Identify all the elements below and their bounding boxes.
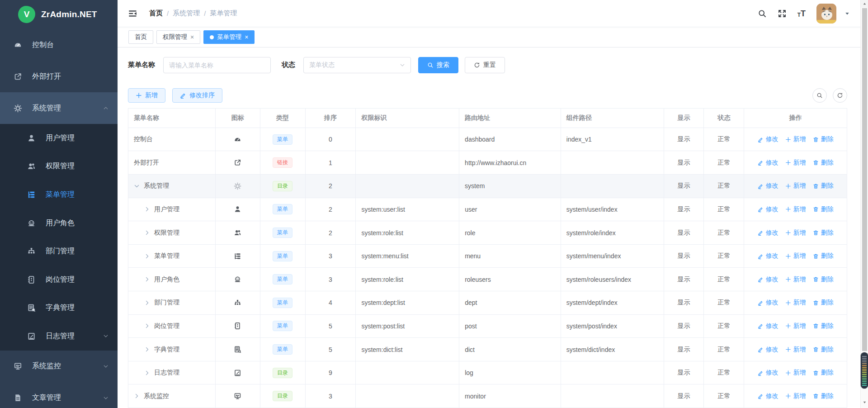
tab-role-mgmt[interactable]: 权限管理× — [156, 30, 200, 44]
sidebar-item-console[interactable]: 控制台 — [0, 29, 118, 61]
table-search-button[interactable] — [812, 88, 827, 103]
menu-name-input[interactable] — [163, 57, 271, 73]
scroll-minimap-widget — [861, 352, 868, 389]
chevron-right-icon[interactable] — [144, 206, 150, 212]
sort-edit-button[interactable]: 修改排序 — [172, 88, 222, 103]
edit-action-link[interactable]: 修改 — [758, 205, 778, 213]
sidebar-item-role-mgmt[interactable]: 权限管理 — [0, 152, 118, 181]
sidebar-item-label: 用户管理 — [46, 133, 75, 143]
table-refresh-button[interactable] — [833, 88, 847, 103]
chevron-down-icon[interactable] — [134, 183, 140, 189]
sidebar-item-dept-mgmt[interactable]: 部门管理 — [0, 237, 118, 266]
search-icon[interactable] — [758, 9, 767, 18]
sidebar-item-system-mgmt[interactable]: 系统管理 — [0, 92, 118, 124]
close-icon[interactable]: × — [245, 34, 248, 40]
type-tag: 菜单 — [273, 321, 292, 331]
chevron-right-icon[interactable] — [144, 323, 150, 329]
avatar[interactable] — [816, 4, 836, 24]
sidebar-item-sys-monitor[interactable]: 系统监控 — [0, 351, 118, 382]
delete-action-link[interactable]: 删除 — [813, 392, 834, 400]
edit-action-link[interactable]: 修改 — [758, 392, 778, 400]
edit-action-link[interactable]: 修改 — [758, 229, 778, 237]
table-cell: 菜单 — [260, 291, 306, 314]
add-action-link[interactable]: 新增 — [785, 135, 806, 143]
table-cell: 用户角色 — [128, 268, 216, 291]
fullscreen-icon[interactable] — [778, 9, 787, 18]
action-label: 新增 — [793, 135, 806, 143]
tab-label: 首页 — [135, 33, 147, 41]
table-cell: 菜单管理 — [128, 245, 216, 268]
sidebar-item-user-roles[interactable]: 用户角色 — [0, 209, 118, 237]
action-label: 删除 — [821, 205, 834, 213]
text-size-icon[interactable]: TT — [797, 9, 806, 18]
delete-action-link[interactable]: 删除 — [813, 135, 834, 143]
tab-home[interactable]: 首页 — [128, 30, 153, 44]
add-action-link[interactable]: 新增 — [785, 252, 806, 260]
visible-value: 显示 — [664, 361, 704, 384]
edit-action-link[interactable]: 修改 — [758, 159, 778, 167]
scroll-up-icon[interactable] — [861, 0, 868, 8]
chevron-right-icon[interactable] — [144, 230, 150, 236]
search-button[interactable]: 搜索 — [418, 57, 458, 73]
app-logo[interactable]: V ZrAdmin.NET — [0, 0, 118, 29]
table-cell — [216, 221, 260, 244]
add-action-link[interactable]: 新增 — [785, 205, 806, 213]
chevron-right-icon[interactable] — [144, 346, 150, 352]
delete-action-link[interactable]: 删除 — [813, 205, 834, 213]
add-action-link[interactable]: 新增 — [785, 159, 806, 167]
delete-action-link[interactable]: 删除 — [813, 229, 834, 237]
edit-action-link[interactable]: 修改 — [758, 346, 778, 354]
sidebar-item-menu-mgmt[interactable]: 菜单管理 — [0, 180, 118, 209]
close-icon[interactable]: × — [190, 34, 194, 40]
delete-action-link[interactable]: 删除 — [813, 369, 834, 377]
delete-action-link[interactable]: 删除 — [813, 322, 834, 330]
chevron-down-icon — [400, 62, 405, 68]
tab-menu-mgmt[interactable]: 菜单管理× — [203, 30, 255, 44]
page-scrollbar[interactable] — [860, 0, 868, 408]
add-button[interactable]: 新增 — [128, 88, 165, 103]
add-action-link[interactable]: 新增 — [785, 369, 806, 377]
sidebar-item-log-mgmt[interactable]: 日志管理 — [0, 322, 118, 351]
component-path: system/user/index — [561, 198, 664, 221]
edit-action-link[interactable]: 修改 — [758, 135, 778, 143]
edit-action-link[interactable]: 修改 — [758, 322, 778, 330]
row-actions: 修改新增删除 — [758, 205, 834, 213]
sidebar-item-article-mgmt[interactable]: 文章管理 — [0, 382, 118, 408]
edit-action-link[interactable]: 修改 — [758, 275, 778, 284]
delete-action-link[interactable]: 删除 — [813, 182, 834, 190]
edit-action-link[interactable]: 修改 — [758, 252, 778, 260]
add-action-link[interactable]: 新增 — [785, 392, 806, 400]
sidebar-toggle-icon[interactable] — [128, 9, 137, 18]
breadcrumb-item[interactable]: 首页 — [149, 9, 163, 18]
chevron-right-icon[interactable] — [134, 393, 140, 399]
add-action-link[interactable]: 新增 — [785, 229, 806, 237]
edit-action-link[interactable]: 修改 — [758, 369, 778, 377]
add-action-link[interactable]: 新增 — [785, 275, 806, 284]
chevron-down-icon[interactable] — [844, 11, 850, 16]
sidebar-item-user-mgmt[interactable]: 用户管理 — [0, 124, 118, 152]
delete-action-link[interactable]: 删除 — [813, 252, 834, 260]
delete-action-link[interactable]: 删除 — [813, 346, 834, 354]
chevron-right-icon[interactable] — [144, 276, 150, 282]
sidebar-item-dict-mgmt[interactable]: 字典管理 — [0, 294, 118, 323]
add-action-link[interactable]: 新增 — [785, 182, 806, 190]
reset-button[interactable]: 重置 — [465, 57, 505, 73]
sidebar-item-external-open[interactable]: 外部打开 — [0, 61, 118, 92]
sort-value: 0 — [306, 128, 356, 151]
delete-action-link[interactable]: 删除 — [813, 299, 834, 307]
add-action-link[interactable]: 新增 — [785, 299, 806, 307]
plus-icon — [785, 276, 791, 282]
edit-action-link[interactable]: 修改 — [758, 182, 778, 190]
add-action-link[interactable]: 新增 — [785, 322, 806, 330]
delete-action-link[interactable]: 删除 — [813, 275, 834, 284]
status-select[interactable]: 菜单状态 — [303, 57, 411, 73]
add-action-link[interactable]: 新增 — [785, 346, 806, 354]
scroll-down-icon[interactable] — [861, 399, 868, 406]
delete-action-link[interactable]: 删除 — [813, 159, 834, 167]
scrollbar-thumb[interactable] — [862, 8, 867, 351]
edit-action-link[interactable]: 修改 — [758, 299, 778, 307]
sidebar-item-post-mgmt[interactable]: 岗位管理 — [0, 266, 118, 294]
chevron-right-icon[interactable] — [144, 253, 150, 259]
chevron-right-icon[interactable] — [144, 300, 150, 306]
chevron-right-icon[interactable] — [144, 370, 150, 376]
